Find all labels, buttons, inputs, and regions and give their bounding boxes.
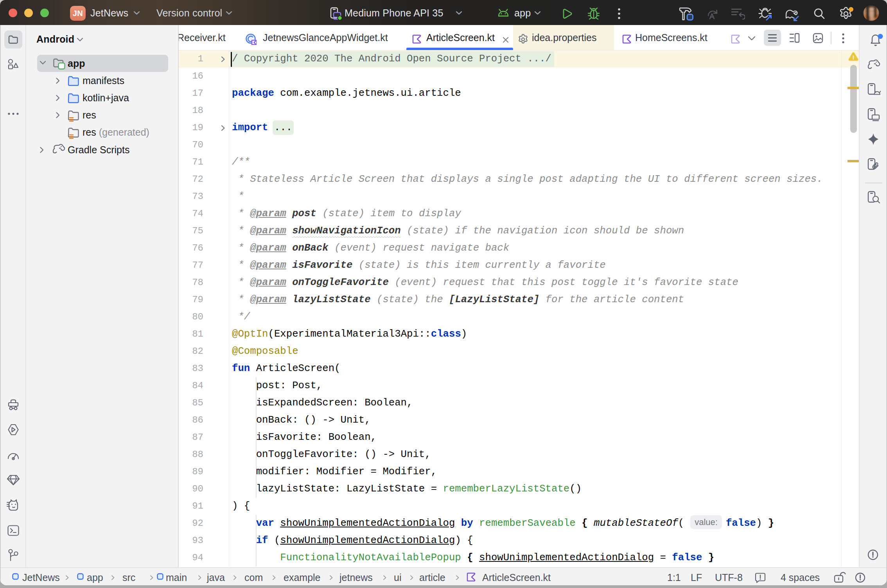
svg-text:!: ! xyxy=(853,54,855,61)
